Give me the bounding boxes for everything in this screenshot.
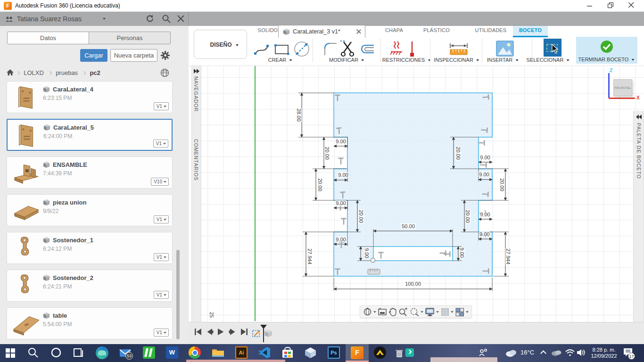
search-icon[interactable] bbox=[162, 14, 171, 24]
home-icon[interactable] bbox=[7, 69, 14, 76]
ribbon-tab-solido[interactable]: SOLIDO bbox=[258, 27, 278, 33]
dimension-label[interactable]: 9.00 bbox=[479, 155, 490, 160]
list-item[interactable]: pieza union 9/9/22 V1 bbox=[7, 194, 173, 226]
tab-personas[interactable]: Personas bbox=[89, 32, 170, 44]
timeline-go-end-button[interactable] bbox=[240, 328, 248, 336]
pan-hand-icon[interactable] bbox=[388, 307, 396, 316]
close-tab-icon[interactable] bbox=[356, 29, 361, 34]
create-dimension-icon[interactable] bbox=[293, 41, 310, 58]
grid-snap-icon[interactable] bbox=[441, 308, 449, 316]
action-center-icon[interactable]: 17 bbox=[622, 347, 636, 360]
modify-trim-icon[interactable] bbox=[339, 40, 356, 58]
task-view-icon[interactable] bbox=[73, 346, 86, 360]
minimize-button[interactable] bbox=[581, 0, 600, 11]
version-dropdown[interactable]: V1 bbox=[154, 329, 169, 337]
insert-image-icon[interactable] bbox=[496, 41, 514, 57]
upload-button[interactable]: Cargar bbox=[80, 49, 107, 62]
dimension-label[interactable]: 9.00 bbox=[479, 212, 490, 217]
breadcrumb-folder[interactable]: LOLXD bbox=[24, 69, 44, 76]
constraint-icon[interactable] bbox=[339, 216, 348, 224]
dimension-label[interactable]: 9.00 bbox=[479, 231, 490, 237]
file-explorer-icon[interactable] bbox=[212, 346, 225, 360]
green-media-app-icon[interactable] bbox=[143, 346, 156, 360]
zoom-icon[interactable] bbox=[398, 307, 407, 316]
orbit-icon[interactable] bbox=[363, 307, 372, 316]
timeline-step-forward-button[interactable] bbox=[229, 328, 236, 336]
look-at-icon[interactable] bbox=[378, 308, 387, 316]
dimension-label[interactable]: 20.00 bbox=[455, 146, 461, 160]
onedrive-icon[interactable] bbox=[551, 348, 564, 362]
dimension-label[interactable]: 9.00 bbox=[479, 172, 489, 177]
mail-icon[interactable]: 53 bbox=[119, 346, 132, 360]
document-tab-1[interactable]: CaraLateral_3 v1* bbox=[278, 25, 365, 38]
dimension-label[interactable]: 20.00 bbox=[499, 178, 505, 192]
zoom-window-icon[interactable] bbox=[410, 307, 419, 316]
panel-scrollbar[interactable] bbox=[176, 250, 180, 339]
dimension-label[interactable]: 27.944 bbox=[307, 248, 313, 265]
orbit-caret[interactable] bbox=[373, 311, 376, 313]
modify-offset-icon[interactable] bbox=[359, 41, 375, 57]
dimension-label[interactable]: 20.00 bbox=[465, 209, 471, 223]
dimension-label[interactable]: 9.00 bbox=[338, 172, 348, 178]
list-item[interactable]: ENSAMBLE 7:44:39 PM V10 bbox=[7, 156, 173, 189]
weather-temp[interactable]: 16°C bbox=[520, 349, 534, 356]
tab-datos[interactable]: Datos bbox=[8, 32, 89, 44]
taskbar-search-icon[interactable] bbox=[27, 346, 40, 360]
edge-icon[interactable] bbox=[96, 346, 109, 360]
expand-navigator-icon[interactable] bbox=[194, 69, 199, 74]
viewcube[interactable]: FRONTAL bbox=[613, 79, 632, 96]
refresh-icon[interactable] bbox=[145, 14, 155, 24]
create-spline-icon[interactable] bbox=[254, 41, 270, 58]
dimension-label[interactable]: 9.00 bbox=[459, 247, 465, 258]
group-seleccionar[interactable]: SELECCIONAR bbox=[527, 57, 570, 63]
restore-button[interactable] bbox=[602, 0, 620, 11]
dimension-label[interactable]: 20.00 bbox=[358, 209, 364, 223]
group-restricciones[interactable]: RESTRICCIONES bbox=[382, 57, 431, 63]
clock-date[interactable]: 8:28 p. m. 12/09/2022 bbox=[586, 347, 622, 359]
dimension-label[interactable]: 27.944 bbox=[505, 248, 511, 265]
viewports-icon[interactable] bbox=[455, 308, 464, 316]
dimension-label[interactable]: 20.00 bbox=[317, 178, 323, 192]
create-rectangle-icon[interactable] bbox=[273, 41, 290, 58]
list-item[interactable]: Sostenedor_2 6:24:21 PM V1 bbox=[7, 270, 173, 302]
timeline-play-button[interactable] bbox=[217, 328, 224, 336]
photoshop-icon[interactable]: Ps bbox=[328, 346, 340, 359]
ribbon-tab-chapa[interactable]: CHAPA bbox=[385, 27, 403, 33]
group-modificar[interactable]: MODIFICAR bbox=[329, 57, 364, 63]
group-insertar[interactable]: INSERTAR bbox=[487, 57, 519, 63]
web-globe-icon[interactable] bbox=[160, 68, 169, 77]
constraint-vertical-icon[interactable] bbox=[388, 41, 405, 58]
navigator-panel-tab[interactable]: NAVEGADOR bbox=[193, 76, 199, 112]
autodesk-app-icon[interactable] bbox=[374, 346, 387, 360]
user-menu-caret[interactable] bbox=[103, 18, 106, 20]
constraint-fix-icon[interactable] bbox=[407, 41, 417, 58]
3d-viewer-icon[interactable] bbox=[304, 346, 317, 360]
list-item[interactable]: CaraLateral_5 6:24:00 PM V1 bbox=[7, 119, 173, 151]
display-caret[interactable] bbox=[436, 311, 439, 313]
group-crear[interactable]: CREAR bbox=[268, 57, 292, 63]
ribbon-tab-boceto[interactable]: BOCETO bbox=[519, 27, 542, 33]
expand-palette-icon[interactable] bbox=[636, 115, 642, 119]
word-icon[interactable]: W bbox=[166, 346, 178, 359]
group-inspeccionar[interactable]: INSPECCIONAR bbox=[434, 57, 479, 63]
dimension-label[interactable]: 9.00 bbox=[364, 247, 370, 258]
timeline-go-start-button[interactable] bbox=[194, 328, 202, 336]
display-settings-icon[interactable] bbox=[425, 308, 434, 316]
ms-store-icon[interactable] bbox=[281, 346, 295, 360]
sketch-palette-tab[interactable]: PALETA DE BOCETO bbox=[636, 123, 642, 179]
zoom-window-caret[interactable] bbox=[421, 311, 423, 313]
dimension-label[interactable]: 9.00 bbox=[335, 237, 346, 242]
origin-point[interactable] bbox=[371, 258, 375, 263]
grid-caret[interactable] bbox=[451, 311, 454, 313]
new-folder-button[interactable]: Nueva carpeta bbox=[110, 49, 157, 62]
version-dropdown[interactable]: V1 bbox=[154, 102, 169, 110]
sketch-canvas[interactable]: 28.0020.0020.0020.0027.9449.009.009.009.… bbox=[201, 66, 644, 322]
constraint-icon[interactable] bbox=[337, 156, 345, 164]
illustrator-icon[interactable]: Ai bbox=[235, 346, 248, 359]
close-button[interactable] bbox=[622, 0, 641, 11]
workspace-selector[interactable]: DISEÑO bbox=[194, 30, 247, 59]
list-item[interactable]: Sostenedor_1 6:24:12 PM V1 bbox=[7, 232, 173, 264]
dimension-label[interactable]: 50.00 bbox=[401, 223, 415, 229]
chrome-icon[interactable] bbox=[189, 346, 202, 360]
timeline-suppressed-feature[interactable] bbox=[264, 329, 272, 337]
